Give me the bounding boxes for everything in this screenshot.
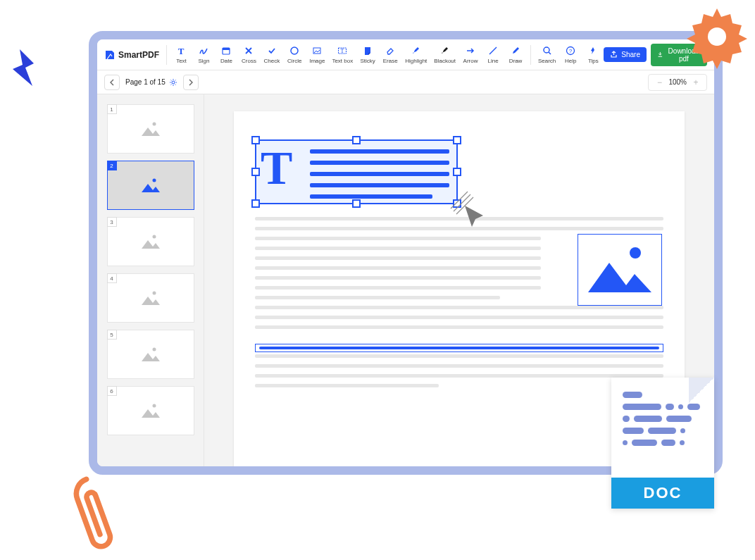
page-thumbnail[interactable]: 5	[107, 330, 194, 379]
svg-point-8	[544, 47, 549, 53]
svg-point-18	[630, 247, 641, 259]
mouse-cursor-icon	[462, 203, 493, 234]
svg-text:T: T	[178, 46, 185, 56]
share-button[interactable]: Share	[604, 47, 647, 62]
mountain-image-icon	[585, 242, 655, 298]
doc-file-label: DOC	[611, 478, 714, 509]
blackout-icon	[439, 45, 451, 56]
svg-point-16	[152, 348, 156, 351]
zoom-out-button[interactable]: −	[653, 76, 666, 89]
sticky-note-icon	[362, 45, 373, 56]
page-settings-icon[interactable]	[169, 78, 177, 87]
brand-icon	[104, 49, 116, 61]
textbox-icon: T	[337, 45, 348, 56]
check-icon	[266, 45, 277, 56]
zoom-in-button[interactable]: +	[690, 76, 702, 89]
zoom-value: 100%	[668, 78, 687, 86]
line-icon	[487, 45, 499, 56]
check-tool[interactable]: Check	[261, 44, 282, 66]
svg-point-14	[152, 235, 156, 239]
help-tool[interactable]: ?Help	[560, 44, 581, 66]
sign-tool[interactable]: Sign	[193, 44, 214, 66]
sticky-tool[interactable]: Sticky	[357, 44, 378, 66]
zoom-control: − 100% +	[648, 74, 707, 91]
help-icon: ?	[565, 45, 576, 56]
toolbar-separator	[530, 45, 531, 65]
cross-icon	[243, 45, 254, 56]
svg-text:T: T	[341, 48, 344, 54]
selected-text-box[interactable]: T	[255, 139, 458, 204]
page-indicator: Page 1 of 15	[125, 78, 177, 87]
brand-logo: SmartPDF	[104, 49, 162, 61]
editing-tools-group: TText Sign Date Cross Check Circle Image…	[170, 44, 526, 66]
svg-text:?: ?	[569, 48, 573, 54]
text-tool[interactable]: TText	[170, 44, 192, 66]
svg-point-15	[152, 292, 156, 295]
decoration-gear-icon	[682, 1, 752, 72]
doc-file-badge: DOC	[611, 378, 714, 509]
resize-handle[interactable]	[352, 136, 361, 144]
resize-handle[interactable]	[453, 136, 461, 144]
chevron-left-icon	[109, 79, 115, 86]
signature-icon	[198, 45, 209, 56]
textbox-tool[interactable]: TText box	[329, 44, 356, 66]
circle-tool[interactable]: Circle	[284, 44, 305, 66]
resize-handle[interactable]	[251, 136, 260, 144]
svg-point-13	[152, 179, 156, 182]
search-tool[interactable]: Search	[535, 44, 559, 66]
page-thumbnail[interactable]: 4	[107, 273, 194, 323]
chevron-right-icon	[188, 79, 194, 86]
image-placeholder-icon	[140, 290, 161, 306]
calendar-icon	[220, 45, 232, 56]
image-placeholder[interactable]	[578, 234, 662, 306]
resize-handle[interactable]	[251, 168, 260, 176]
svg-point-11	[172, 81, 175, 84]
decoration-lightning-icon	[6, 48, 39, 90]
brand-name: SmartPDF	[118, 50, 159, 60]
resize-handle[interactable]	[251, 199, 260, 208]
doc-lines-icon	[623, 392, 703, 446]
decoration-paperclip-icon	[40, 461, 144, 560]
share-icon	[610, 51, 618, 58]
date-tool[interactable]: Date	[216, 44, 237, 66]
download-icon	[657, 51, 663, 58]
draw-tool[interactable]: Draw	[505, 44, 526, 66]
page-thumbnail[interactable]: 2	[107, 161, 194, 210]
sub-toolbar: Page 1 of 15 − 100% +	[97, 70, 714, 94]
line-tool[interactable]: Line	[482, 44, 504, 66]
next-page-button[interactable]	[183, 75, 199, 90]
pencil-icon	[510, 45, 521, 56]
eraser-icon	[385, 45, 396, 56]
text-lines-placeholder	[310, 149, 449, 199]
prev-page-button[interactable]	[104, 75, 120, 90]
svg-point-0	[708, 27, 726, 46]
svg-point-4	[291, 47, 298, 54]
arrow-icon	[465, 45, 476, 56]
cross-tool[interactable]: Cross	[238, 44, 259, 66]
svg-point-12	[152, 123, 156, 126]
image-placeholder-icon	[140, 233, 161, 250]
page-thumbnail[interactable]: 6	[107, 386, 194, 435]
blackout-tool[interactable]: Blackout	[431, 44, 458, 66]
page-thumbnail[interactable]: 1	[107, 104, 194, 154]
tips-icon	[587, 45, 599, 56]
arrow-tool[interactable]: Arrow	[460, 44, 481, 66]
tips-tool[interactable]: Tips	[582, 44, 604, 66]
highlighted-line[interactable]	[255, 344, 663, 352]
help-tools-group: Search ?Help Tips	[535, 44, 604, 66]
erase-tool[interactable]: Erase	[380, 44, 401, 66]
search-icon	[542, 45, 553, 56]
page-thumbnail[interactable]: 3	[107, 217, 194, 266]
image-placeholder-icon	[140, 346, 161, 363]
highlight-tool[interactable]: Highlight	[402, 44, 430, 66]
resize-handle[interactable]	[352, 199, 361, 208]
page-thumbnails-sidebar: 1 2 3 4 5 6	[97, 94, 204, 466]
toolbar-separator	[166, 45, 167, 65]
image-placeholder-icon	[140, 402, 161, 419]
image-tool[interactable]: Image	[306, 44, 327, 66]
image-placeholder-icon	[140, 177, 161, 194]
highlighter-icon	[411, 45, 422, 56]
resize-handle[interactable]	[453, 168, 461, 176]
drop-cap-icon: T	[261, 144, 292, 192]
image-icon	[311, 45, 323, 56]
